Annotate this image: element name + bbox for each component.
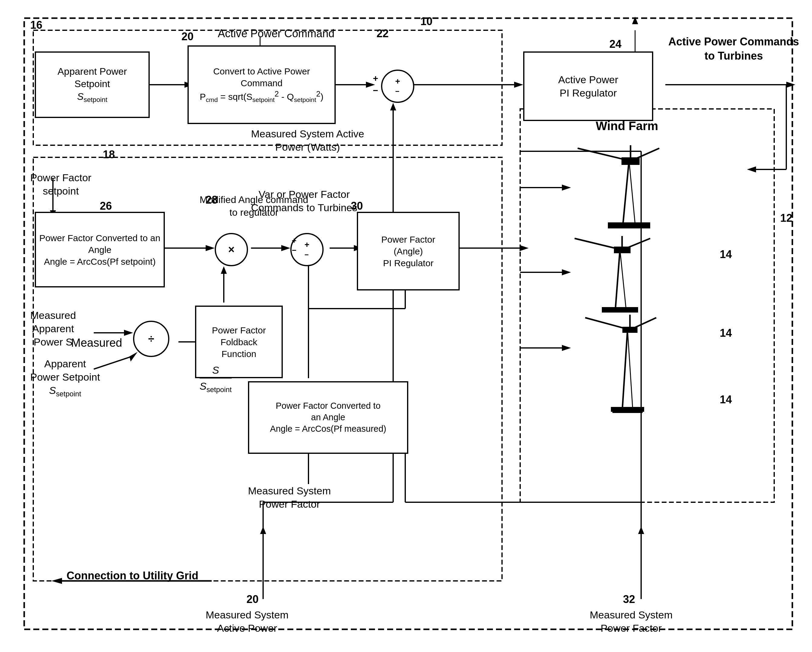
measured-system-active-power-bottom-label: Measured SystemActive Power <box>206 608 288 635</box>
svg-line-81 <box>627 330 633 409</box>
apparent-power-setpoint-box: Apparent Power SetpointSsetpoint <box>35 51 150 118</box>
multiplier-circle: × <box>215 233 248 266</box>
diagram-container: 16 18 10 24 22 20 26 28 30 12 14 14 14 2… <box>0 0 812 652</box>
ref-14a: 14 <box>720 248 732 261</box>
svg-rect-72 <box>609 225 649 228</box>
svg-marker-37 <box>124 330 133 336</box>
power-factor-setpoint-label: Power Factorsetpoint <box>30 171 91 197</box>
svg-marker-18 <box>747 167 756 173</box>
svg-line-74 <box>620 249 626 309</box>
ref-32: 32 <box>623 593 635 606</box>
measured-system-power-factor-mid-label: Measured SystemPower Factor <box>248 484 331 511</box>
active-power-pi-box: Active PowerPI Regulator <box>523 51 653 121</box>
s-over-ssetpoint-label: S Ssetpoint <box>200 363 232 395</box>
minus-sign-2: − <box>292 246 296 255</box>
ref-24: 24 <box>609 38 621 51</box>
svg-line-69 <box>630 148 659 161</box>
svg-marker-39 <box>130 352 137 361</box>
svg-line-77 <box>622 239 650 250</box>
svg-line-66 <box>629 160 635 224</box>
summing-junction-active-power: +− <box>381 70 414 103</box>
svg-marker-48 <box>638 526 644 534</box>
measured-system-power-factor-bottom-label: Measured SystemPower Factor <box>590 608 673 635</box>
power-factor-angle2-box: Power Factor Converted toan AngleAngle =… <box>248 381 408 454</box>
ref-18: 18 <box>103 148 115 161</box>
power-factor-angle-box: Power Factor Converted to an Angle Angle… <box>35 212 165 288</box>
svg-rect-79 <box>602 307 638 312</box>
svg-line-76 <box>575 239 622 250</box>
measured-system-active-power-watts-label: Measured System ActivePower (Watts) <box>251 127 364 154</box>
measured-label: Measured <box>71 335 122 350</box>
ref-12: 12 <box>780 212 792 225</box>
active-power-commands-turbines-label: Active Power Commandsto Turbines <box>669 35 799 63</box>
svg-line-65 <box>623 160 629 224</box>
svg-line-83 <box>585 318 630 330</box>
turbine-1 <box>563 145 699 230</box>
ref-20a: 20 <box>182 30 194 43</box>
connection-utility-label: Connection to Utility Grid <box>67 569 198 583</box>
apparent-power-setpoint-bottom-label: ApparentPower SetpointSsetpoint <box>30 357 100 399</box>
svg-marker-35 <box>221 266 227 274</box>
modified-angle-label: Modified Angle commandto regulator <box>200 194 308 219</box>
measured-apparent-power-label: MeasuredApparentPower S <box>30 309 76 349</box>
svg-marker-53 <box>52 578 62 584</box>
minus-sign-1: − <box>373 85 379 96</box>
svg-marker-46 <box>260 526 266 534</box>
ref-26: 26 <box>100 200 112 213</box>
ref-16: 16 <box>30 19 42 31</box>
turbine-2 <box>563 236 684 315</box>
active-power-command-label: Active Power Command <box>218 27 334 41</box>
power-factor-pi-box: Power Factor(Angle)PI Regulator <box>357 212 460 291</box>
svg-marker-13 <box>632 17 638 24</box>
svg-marker-11 <box>514 82 523 88</box>
svg-marker-15 <box>786 82 795 88</box>
svg-line-80 <box>623 330 627 409</box>
convert-active-power-box: Convert to Active Power Command Pcmd = s… <box>188 45 336 124</box>
ref-14c: 14 <box>720 393 732 406</box>
turbine-3 <box>575 315 690 418</box>
plus-sign-1: + <box>373 73 379 84</box>
svg-line-68 <box>578 148 630 161</box>
wind-farm-label: Wind Farm <box>596 118 658 134</box>
svg-marker-64 <box>562 345 571 351</box>
svg-marker-30 <box>520 245 529 251</box>
svg-rect-87 <box>612 410 643 413</box>
ref-14b: 14 <box>720 327 732 340</box>
svg-marker-26 <box>281 245 290 251</box>
svg-marker-24 <box>206 245 215 251</box>
svg-line-73 <box>615 249 620 309</box>
plus-sign-2: + <box>292 236 296 245</box>
divide-circle: ÷ <box>133 321 169 357</box>
ref-20b: 20 <box>246 593 259 606</box>
svg-marker-20 <box>390 103 396 110</box>
svg-line-84 <box>630 318 656 330</box>
ref-22: 22 <box>377 27 389 40</box>
ref-10: 10 <box>420 15 432 28</box>
